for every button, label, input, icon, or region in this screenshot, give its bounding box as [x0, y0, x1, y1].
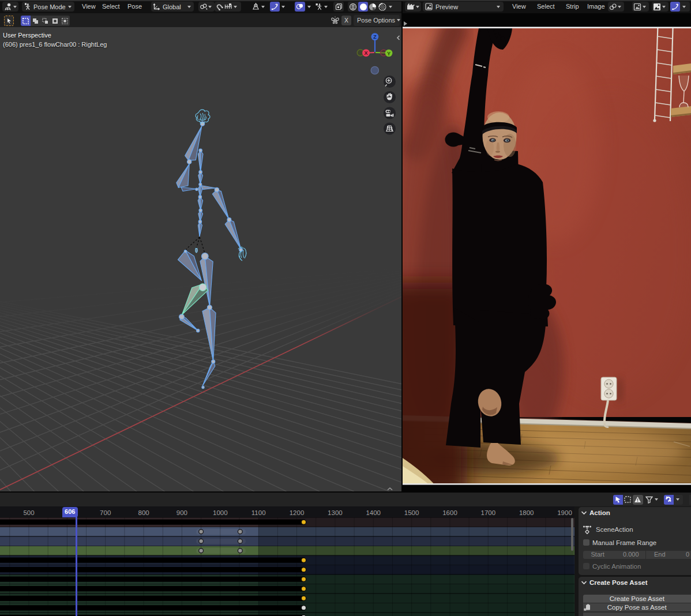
svg-text:X: X [365, 50, 368, 56]
svg-text:Z: Z [373, 34, 377, 40]
svg-text:Y: Y [387, 51, 390, 57]
